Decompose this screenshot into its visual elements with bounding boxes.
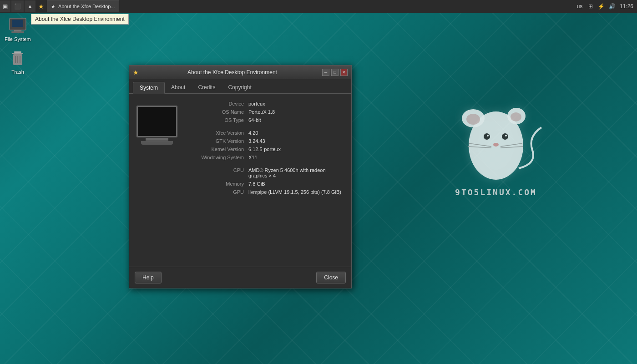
dialog-title: About the Xfce Desktop Environment — [142, 69, 322, 76]
taskbar: ▣ ⬛ ▲ ★ ★ About the Xfce Desktop... us ⊞… — [0, 0, 637, 13]
os-name-label: OS Name — [185, 109, 248, 115]
os-name-row: OS Name PorteuX 1.8 — [185, 109, 344, 115]
gpu-row: GPU llvmpipe (LLVM 19.1.5, 256 bits) (7.… — [185, 189, 344, 195]
gtk-version-label: GTK Version — [185, 138, 248, 144]
dialog-controls: ─ □ ✕ — [322, 69, 348, 76]
dialog-star-icon: ★ — [133, 69, 139, 76]
svg-rect-2 — [14, 30, 21, 31]
desktop-icon-trash[interactable]: Trash — [2, 49, 34, 75]
filesystem-icon — [9, 16, 27, 35]
volume-icon: 🔊 — [609, 3, 616, 10]
tab-system[interactable]: System — [133, 82, 165, 94]
cpu-label: CPU — [185, 167, 248, 173]
close-dialog-button[interactable]: Close — [316, 272, 346, 283]
os-type-label: OS Type — [185, 117, 248, 123]
monitor-base — [141, 141, 173, 145]
kernel-version-label: Kernel Version — [185, 147, 248, 152]
svg-point-17 — [487, 135, 489, 136]
network-icon: ⊞ — [587, 3, 594, 10]
os-type-row: OS Type 64-bit — [185, 117, 344, 123]
power-icon: ⚡ — [598, 3, 605, 10]
taskbar-window-title: About the Xfce Desktop... — [58, 4, 115, 9]
maximize-button[interactable]: □ — [331, 69, 339, 76]
memory-row: Memory 7.8 GiB — [185, 181, 344, 187]
svg-rect-4 — [14, 51, 21, 53]
clock: 11:26 — [620, 3, 633, 10]
monitor-stand — [146, 138, 168, 141]
os-type-value: 64-bit — [248, 117, 261, 123]
dialog-tabs: System About Credits Copyright — [129, 79, 351, 94]
gtk-version-row: GTK Version 3.24.43 — [185, 138, 344, 144]
taskbar-right: us ⊞ ⚡ 🔊 11:26 — [576, 3, 637, 10]
tooltip-text: About the Xfce Desktop Environment — [35, 16, 125, 22]
tab-about[interactable]: About — [165, 82, 192, 93]
svg-point-15 — [484, 133, 490, 140]
dialog-content: Device porteux OS Name PorteuX 1.8 OS Ty… — [129, 94, 351, 267]
monitor-graphic — [136, 101, 177, 259]
info-table: Device porteux OS Name PorteuX 1.8 OS Ty… — [185, 101, 344, 259]
taskbar-btn-2[interactable]: ⬛ — [11, 0, 24, 12]
taskbar-window-button[interactable]: ★ About the Xfce Desktop... — [47, 0, 119, 12]
os-name-value: PorteuX 1.8 — [248, 109, 275, 115]
svg-rect-3 — [11, 31, 24, 33]
kernel-version-row: Kernel Version 6.12.5-porteux — [185, 147, 344, 152]
windowing-value: X11 — [248, 155, 258, 160]
locale-icon: us — [576, 3, 583, 10]
about-dialog: ★ About the Xfce Desktop Environment ─ □… — [129, 65, 352, 288]
memory-value: 7.8 GiB — [248, 181, 265, 187]
windowing-row: Windowing System X11 — [185, 155, 344, 160]
gpu-value: llvmpipe (LLVM 19.1.5, 256 bits) (7.8 Gi… — [248, 189, 341, 195]
xfce-logo: 9TO5LINUX.COM — [446, 91, 546, 197]
logo-text: 9TO5LINUX.COM — [446, 187, 546, 197]
taskbar-btn-3[interactable]: ▲ — [25, 0, 35, 12]
gtk-version-value: 3.24.43 — [248, 138, 265, 144]
device-label: Device — [185, 101, 248, 106]
xfce-version-value: 4.20 — [248, 130, 258, 136]
filesystem-label: File System — [5, 36, 30, 42]
tab-copyright[interactable]: Copyright — [222, 82, 258, 93]
help-button[interactable]: Help — [135, 272, 162, 283]
taskbar-left: ▣ ⬛ ▲ ★ ★ About the Xfce Desktop... — [0, 0, 119, 12]
gpu-label: GPU — [185, 189, 248, 195]
svg-point-16 — [502, 133, 508, 140]
svg-rect-5 — [12, 53, 23, 54]
dialog-titlebar[interactable]: ★ About the Xfce Desktop Environment ─ □… — [129, 66, 351, 79]
memory-label: Memory — [185, 181, 248, 187]
trash-icon — [9, 49, 27, 67]
tab-credits[interactable]: Credits — [192, 82, 222, 93]
taskbar-star-icon: ★ — [36, 3, 46, 10]
svg-rect-1 — [12, 20, 23, 27]
taskbar-app-menu[interactable]: ▣ — [0, 0, 10, 12]
trash-label: Trash — [11, 69, 24, 75]
monitor-screen — [136, 106, 177, 137]
svg-point-18 — [505, 135, 507, 136]
taskbar-window-icon: ★ — [51, 4, 56, 10]
cpu-value: AMD® Ryzen 5 4600h with radeon graphics … — [248, 167, 344, 178]
cpu-row: CPU AMD® Ryzen 5 4600h with radeon graph… — [185, 167, 344, 178]
windowing-label: Windowing System — [185, 155, 248, 160]
desktop: ▣ ⬛ ▲ ★ ★ About the Xfce Desktop... us ⊞… — [0, 0, 637, 364]
svg-point-19 — [493, 143, 499, 147]
svg-point-14 — [511, 112, 521, 121]
kernel-version-value: 6.12.5-porteux — [248, 147, 281, 152]
svg-point-13 — [466, 114, 480, 125]
device-value: porteux — [248, 101, 265, 106]
desktop-icon-filesystem[interactable]: File System — [2, 16, 34, 42]
xfce-version-label: Xfce Version — [185, 130, 248, 136]
close-button[interactable]: ✕ — [340, 69, 348, 76]
xfce-version-row: Xfce Version 4.20 — [185, 130, 344, 136]
dialog-footer: Help Close — [129, 267, 351, 288]
device-row: Device porteux — [185, 101, 344, 106]
tooltip: About the Xfce Desktop Environment — [31, 14, 129, 25]
minimize-button[interactable]: ─ — [322, 69, 329, 76]
